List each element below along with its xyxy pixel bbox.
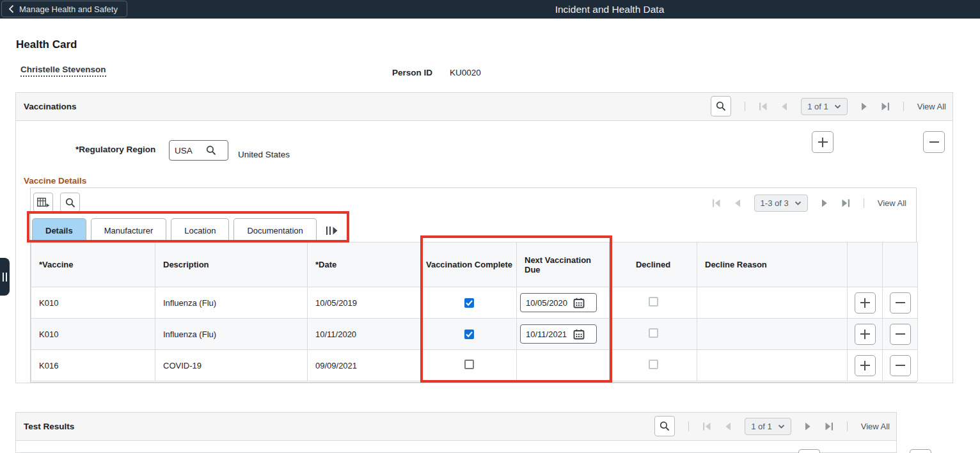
page-title: Health Card (16, 38, 77, 51)
add-row-button[interactable] (855, 324, 876, 345)
last-page-button[interactable] (825, 422, 834, 431)
cell-decline-reason (697, 319, 848, 350)
view-all-link[interactable]: View All (861, 422, 890, 431)
lookup-icon[interactable] (206, 145, 216, 155)
next-page-button[interactable] (805, 422, 811, 431)
delete-row-button-partial[interactable] (910, 449, 931, 453)
vaccination-complete-checkbox[interactable] (464, 360, 474, 369)
search-icon (65, 198, 75, 208)
next-page-button[interactable] (821, 199, 828, 207)
col-vaccination-complete: Vaccination Complete (422, 242, 517, 287)
search-icon (660, 421, 670, 431)
vaccination-complete-checkbox[interactable] (464, 330, 474, 339)
regulatory-region-label: *Regulatory Region (75, 145, 155, 154)
cell-vaccine: K016 (31, 350, 155, 381)
cell-date: 09/09/2021 (308, 350, 422, 381)
test-results-title: Test Results (24, 422, 74, 431)
view-all-link[interactable]: View All (917, 102, 946, 111)
delete-row-button[interactable] (923, 131, 945, 153)
table-header-row: *Vaccine Description *Date Vaccination C… (31, 242, 918, 287)
vaccine-details-tabs: Details Manufacturer Location Documentat… (32, 218, 338, 242)
view-all-link[interactable]: View All (878, 198, 906, 208)
tab-details[interactable]: Details (32, 218, 86, 242)
last-page-button[interactable] (841, 199, 850, 207)
drawer-grip-icon (6, 273, 7, 282)
minus-icon (896, 298, 905, 308)
col-description: Description (155, 242, 308, 287)
delete-row-button[interactable] (890, 324, 911, 345)
next-due-field (520, 324, 597, 344)
declined-checkbox (649, 297, 658, 306)
first-page-button[interactable] (712, 199, 721, 207)
page-count-dropdown[interactable]: 1 of 1 (801, 98, 848, 115)
show-all-columns-button[interactable] (326, 226, 338, 242)
next-due-input[interactable] (521, 298, 573, 308)
back-button[interactable]: Manage Health and Safety (1, 1, 127, 17)
personalize-grid-button[interactable] (33, 193, 53, 212)
plus-icon (860, 298, 870, 308)
tab-location[interactable]: Location (171, 218, 229, 242)
vaccinations-section: Vaccinations 1 of 1 View All *Regulatory… (15, 92, 953, 383)
pager-separator (847, 422, 848, 431)
expand-tabs-icon (326, 226, 328, 235)
delete-row-button[interactable] (890, 355, 911, 376)
back-button-label: Manage Health and Safety (19, 4, 118, 14)
cell-description: COVID-19 (155, 350, 308, 381)
row-count-dropdown[interactable]: 1-3 of 3 (754, 195, 808, 212)
first-page-button[interactable] (759, 102, 768, 111)
vaccinations-section-bar: Vaccinations 1 of 1 View All (16, 93, 952, 121)
minus-icon (896, 330, 905, 339)
triangle-right-icon (333, 226, 338, 235)
minus-icon (929, 138, 939, 147)
add-row-button-partial[interactable] (798, 449, 820, 453)
last-page-button[interactable] (881, 102, 890, 111)
calendar-icon (573, 298, 585, 308)
previous-page-button[interactable] (781, 102, 787, 111)
grid-search-button[interactable] (60, 193, 80, 212)
calendar-icon (573, 329, 585, 340)
previous-page-button[interactable] (725, 422, 731, 431)
pager-separator (903, 102, 904, 111)
col-vaccine: *Vaccine (31, 242, 155, 287)
plus-icon (818, 138, 828, 147)
person-name-link[interactable]: Christelle Stevenson (20, 65, 106, 77)
add-row-button[interactable] (812, 131, 834, 153)
search-button[interactable] (711, 96, 731, 116)
chevron-down-icon (834, 104, 841, 109)
cell-decline-reason (697, 350, 848, 381)
col-add (848, 242, 883, 287)
vaccine-grid-table: *Vaccine Description *Date Vaccination C… (31, 242, 918, 381)
cell-next-due-empty (517, 350, 610, 381)
first-page-button[interactable] (702, 422, 711, 431)
test-results-pager: 1 of 1 View All (654, 416, 890, 436)
tab-documentation[interactable]: Documentation (233, 218, 316, 242)
page-count-value: 1 of 1 (751, 422, 772, 431)
pager-separator (745, 102, 745, 111)
page-header-title: Incident and Health Data (555, 4, 665, 15)
regulatory-region-input[interactable] (170, 146, 205, 155)
next-due-input[interactable] (521, 330, 573, 339)
calendar-button[interactable] (573, 329, 585, 340)
add-row-button[interactable] (855, 355, 876, 376)
previous-page-button[interactable] (734, 199, 741, 207)
grid-action-icon (37, 198, 50, 207)
col-delete (883, 242, 918, 287)
person-id-label: Person ID (392, 68, 432, 77)
plus-icon (860, 330, 870, 339)
next-page-button[interactable] (861, 102, 867, 111)
calendar-button[interactable] (573, 298, 585, 308)
table-row: K010 Influenza (Flu) 10/05/2019 (31, 287, 918, 319)
delete-row-button[interactable] (890, 292, 911, 314)
vaccine-details-title: Vaccine Details (24, 176, 86, 186)
tab-manufacturer[interactable]: Manufacturer (91, 218, 167, 242)
page-count-dropdown[interactable]: 1 of 1 (745, 418, 791, 435)
search-button[interactable] (654, 416, 675, 436)
drawer-grip-icon (3, 273, 4, 282)
side-panel-handle[interactable] (0, 258, 10, 296)
vaccinations-pager: 1 of 1 View All (711, 96, 946, 116)
search-icon (716, 101, 726, 111)
vaccine-details-pager: 1-3 of 3 View All (712, 195, 906, 212)
add-row-button[interactable] (855, 292, 876, 314)
cell-description: Influenza (Flu) (155, 319, 308, 350)
vaccination-complete-checkbox[interactable] (464, 298, 474, 308)
